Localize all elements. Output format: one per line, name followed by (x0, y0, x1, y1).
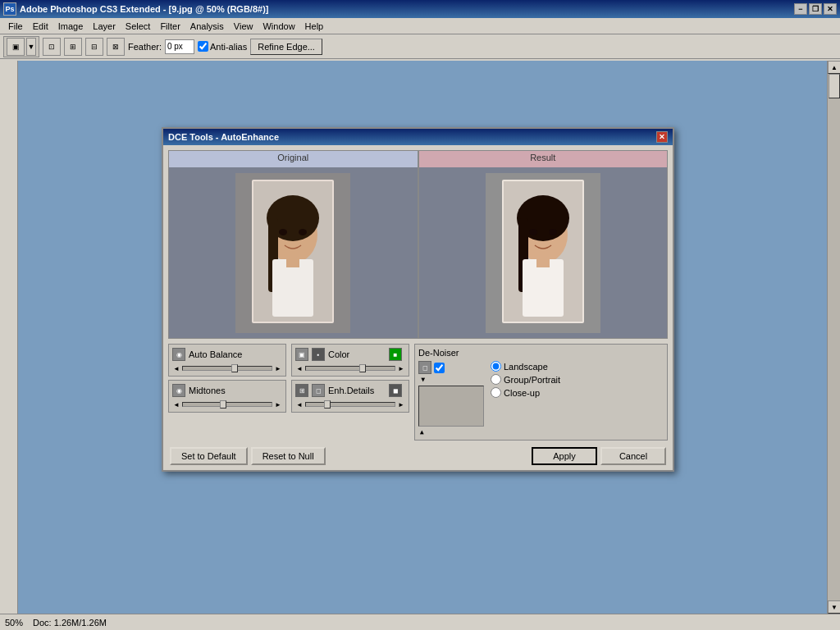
color-thumb[interactable] (359, 364, 366, 372)
close-up-radio-item[interactable]: Close-up (491, 387, 560, 398)
scroll-track[interactable] (828, 74, 840, 600)
result-header: Result (419, 151, 668, 167)
menu-window[interactable]: Window (258, 20, 299, 33)
result-portrait-svg (486, 173, 600, 333)
group-portrait-radio[interactable] (491, 374, 501, 385)
enh-details-label: Enh.Details (328, 386, 386, 395)
enh-left-arrow[interactable]: ◄ (295, 400, 304, 409)
anti-alias-label: Anti-alias (198, 41, 247, 52)
add-selection-btn[interactable]: ⊞ (64, 38, 82, 56)
subtract-selection-btn[interactable]: ⊟ (85, 38, 103, 56)
color-active-icon: ■ (389, 348, 402, 361)
svg-point-18 (529, 229, 537, 235)
right-buttons: Apply Cancel (532, 447, 666, 465)
denoiser-slider-container[interactable]: ◄ ◄ (418, 376, 484, 436)
color-slider-container[interactable]: ◄ ► (295, 364, 405, 372)
svg-point-9 (299, 229, 307, 235)
svg-point-19 (549, 229, 557, 235)
menu-file[interactable]: File (3, 20, 28, 33)
midtones-slider-container[interactable]: ◄ ► (172, 400, 282, 409)
enh-active-icon: ◼ (389, 384, 402, 397)
color-right-arrow[interactable]: ► (397, 364, 405, 372)
intersect-selection-btn[interactable]: ⊠ (107, 38, 125, 56)
scroll-up-button[interactable]: ▲ (828, 61, 840, 74)
close-button[interactable]: ✕ (824, 3, 837, 15)
enh-details-track[interactable] (305, 402, 395, 407)
buttons-row: Set to Default Reset to Null Apply Cance… (168, 447, 668, 465)
denoiser-checkbox[interactable] (434, 363, 445, 373)
original-image (169, 167, 418, 338)
midtones-label: Midtones (189, 386, 246, 395)
landscape-radio-item[interactable]: Landscape (491, 361, 560, 372)
midtones-left-arrow[interactable]: ◄ (172, 400, 180, 409)
zoom-level: 50% (5, 618, 23, 628)
selection-tool-group: ▣ ▼ (3, 36, 39, 57)
menu-image[interactable]: Image (53, 20, 89, 33)
auto-balance-header-row: ◉ Auto Balance (172, 348, 282, 361)
midtones-right-arrow[interactable]: ► (274, 400, 282, 409)
restore-button[interactable]: ❐ (809, 3, 822, 15)
result-panel: Result (419, 151, 668, 338)
menu-edit[interactable]: Edit (28, 20, 53, 33)
svg-rect-7 (286, 255, 299, 267)
scroll-thumb[interactable] (829, 74, 840, 98)
preview-container: Original (168, 150, 668, 339)
enh-right-arrow[interactable]: ► (397, 400, 405, 409)
enh-details-slider-container[interactable]: ◄ ► (295, 400, 405, 409)
menu-help[interactable]: Help (300, 20, 329, 33)
vertical-scrollbar[interactable]: ▲ ▼ (827, 61, 840, 614)
refine-edge-button[interactable]: Refine Edge... (250, 39, 322, 55)
enh-icon1: ⊞ (295, 384, 308, 397)
denoiser-track[interactable] (418, 386, 484, 427)
new-selection-btn[interactable]: ⊡ (43, 38, 61, 56)
menu-view[interactable]: View (229, 20, 258, 33)
auto-balance-icon: ◉ (172, 348, 185, 361)
anti-alias-checkbox[interactable] (198, 41, 208, 52)
left-buttons: Set to Default Reset to Null (170, 447, 326, 465)
left-controls: ◉ Auto Balance ◄ ► ◉ Midtone (168, 344, 286, 441)
denoiser-down-arrow[interactable]: ◄ (418, 428, 427, 436)
color-icon2: ▪ (312, 348, 325, 361)
cancel-button[interactable]: Cancel (600, 447, 666, 465)
feather-input[interactable] (165, 39, 194, 54)
status-bar: 50% Doc: 1.26M/1.26M (0, 614, 840, 630)
auto-balance-label: Auto Balance (189, 349, 246, 359)
menu-analysis[interactable]: Analysis (185, 20, 229, 33)
midtones-track[interactable] (182, 402, 272, 407)
denoiser-up-arrow[interactable]: ◄ (418, 376, 427, 384)
set-default-button[interactable]: Set to Default (170, 447, 248, 465)
dialog-close-button[interactable]: ✕ (656, 131, 668, 143)
selection-tool-btn[interactable]: ▣ (7, 38, 25, 56)
enh-details-thumb[interactable] (324, 400, 331, 409)
auto-balance-right-arrow[interactable]: ► (274, 364, 282, 372)
dce-tools-dialog: DCE Tools - AutoEnhance ✕ Original (162, 127, 674, 472)
group-portrait-radio-item[interactable]: Group/Portrait (491, 374, 560, 385)
doc-info: Doc: 1.26M/1.26M (33, 618, 107, 628)
dialog-title-bar[interactable]: DCE Tools - AutoEnhance ✕ (163, 129, 673, 145)
apply-button[interactable]: Apply (532, 447, 597, 465)
menu-filter[interactable]: Filter (155, 20, 185, 33)
menu-layer[interactable]: Layer (88, 20, 121, 33)
auto-balance-thumb[interactable] (231, 364, 238, 372)
controls-area: ◉ Auto Balance ◄ ► ◉ Midtone (168, 344, 668, 441)
svg-rect-6 (272, 259, 313, 317)
selection-dropdown-btn[interactable]: ▼ (26, 38, 36, 56)
color-group: ▣ ▪ Color ■ ◄ ► (291, 344, 409, 377)
minimize-button[interactable]: − (794, 3, 807, 15)
close-up-radio[interactable] (491, 387, 501, 398)
close-up-label: Close-up (504, 388, 540, 398)
result-image (419, 167, 668, 338)
reset-null-button[interactable]: Reset to Null (251, 447, 326, 465)
denoiser-slider-area: ◻ ◄ ◄ (418, 361, 484, 436)
auto-balance-left-arrow[interactable]: ◄ (172, 364, 180, 372)
original-header: Original (169, 151, 418, 167)
auto-balance-slider-container[interactable]: ◄ ► (172, 364, 282, 372)
scroll-down-button[interactable]: ▼ (828, 600, 840, 614)
auto-balance-track[interactable] (182, 366, 272, 371)
menu-select[interactable]: Select (121, 20, 156, 33)
color-left-arrow[interactable]: ◄ (295, 364, 304, 372)
midtones-thumb[interactable] (220, 400, 226, 409)
landscape-radio[interactable] (491, 361, 501, 372)
svg-rect-16 (523, 259, 564, 317)
color-track[interactable] (305, 366, 395, 371)
